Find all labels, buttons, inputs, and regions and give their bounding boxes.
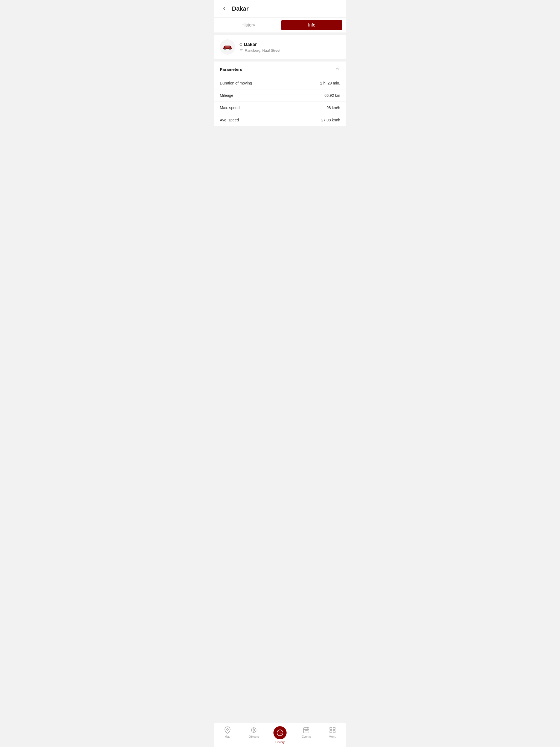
svg-rect-3 (240, 49, 243, 50)
header: Dakar (214, 0, 346, 18)
status-dot (239, 43, 242, 46)
param-row-mileage: Mileage 66.92 km (214, 89, 346, 102)
parameters-section: Parameters Duration of moving 2 h. 29 mi… (214, 61, 346, 126)
nav-item-history[interactable]: History (267, 725, 293, 746)
clock-icon (276, 729, 284, 736)
param-label-duration: Duration of moving (220, 81, 252, 85)
svg-rect-5 (240, 51, 242, 51)
vehicle-name: Dakar (244, 42, 257, 47)
nav-label-events: Events (302, 735, 311, 738)
map-icon (224, 726, 231, 734)
param-label-avg-speed: Avg. speed (220, 118, 239, 122)
svg-point-0 (224, 48, 226, 50)
nav-item-events[interactable]: Events (293, 725, 320, 746)
param-value-avg-speed: 27.08 km/h (321, 118, 340, 122)
nav-item-map[interactable]: Map (214, 725, 240, 746)
param-row-avg-speed: Avg. speed 27.08 km/h (214, 114, 346, 126)
vehicle-location: Randburg, Naaf Street (245, 48, 280, 52)
svg-rect-21 (330, 730, 332, 733)
back-button[interactable] (220, 4, 229, 13)
svg-rect-20 (333, 727, 335, 729)
svg-rect-19 (330, 727, 332, 729)
parameters-header[interactable]: Parameters (214, 61, 346, 77)
nav-label-menu: Menu (329, 735, 336, 738)
tab-history[interactable]: History (218, 20, 279, 30)
content-area (214, 126, 346, 723)
svg-rect-22 (333, 730, 335, 733)
tab-bar: History Info (214, 18, 346, 33)
bottom-nav: Map Objects History (214, 723, 346, 747)
menu-icon (329, 726, 336, 734)
param-value-duration: 2 h. 29 min. (320, 81, 340, 85)
param-label-mileage: Mileage (220, 93, 233, 98)
svg-point-1 (229, 48, 231, 50)
nav-label-map: Map (225, 735, 230, 738)
vehicle-info: Dakar Randburg, Naaf Street (239, 42, 280, 52)
location-icon (239, 49, 243, 52)
objects-icon (250, 726, 258, 734)
vehicle-location-row: Randburg, Naaf Street (239, 48, 280, 52)
svg-rect-2 (225, 46, 230, 48)
nav-label-objects: Objects (249, 735, 259, 738)
param-value-max-speed: 98 km/h (327, 106, 340, 110)
svg-point-6 (227, 729, 229, 730)
param-label-max-speed: Max. speed (220, 106, 239, 110)
param-value-mileage: 66.92 km (324, 93, 340, 98)
svg-rect-4 (240, 50, 242, 50)
param-row-max-speed: Max. speed 98 km/h (214, 102, 346, 114)
nav-item-objects[interactable]: Objects (240, 725, 267, 746)
tab-info[interactable]: Info (281, 20, 342, 30)
nav-label-history: History (275, 741, 285, 744)
param-row-duration: Duration of moving 2 h. 29 min. (214, 77, 346, 89)
chevron-up-icon (335, 66, 340, 73)
events-icon (302, 726, 310, 734)
nav-item-menu[interactable]: Menu (320, 725, 346, 746)
parameters-title: Parameters (220, 67, 242, 72)
car-icon (223, 44, 232, 50)
vehicle-card: Dakar Randburg, Naaf Street (214, 35, 346, 59)
page-title: Dakar (232, 5, 249, 12)
vehicle-icon-wrap (220, 40, 235, 55)
history-icon-circle (274, 726, 286, 739)
svg-rect-14 (304, 728, 309, 733)
vehicle-status-row: Dakar (239, 42, 280, 47)
